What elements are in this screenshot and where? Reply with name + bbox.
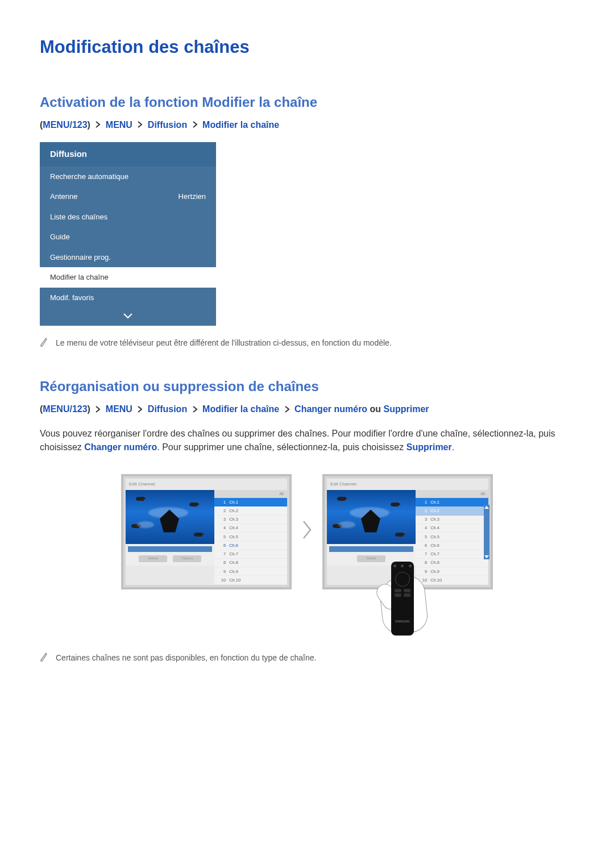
- channel-row[interactable]: 5Ch.5: [416, 533, 488, 541]
- bc-modifier: Modifier la chaîne: [202, 120, 279, 130]
- menu-item[interactable]: AntenneHertzien: [40, 186, 216, 207]
- channel-row[interactable]: 5Ch.5: [214, 533, 287, 541]
- tvshot-title: Edit Channel: [126, 479, 287, 490]
- section2-body: Vous pouvez réorganiser l'ordre des chaî…: [40, 427, 574, 454]
- chevron-right-icon: [192, 403, 198, 417]
- tv-screenshot-before: Edit Channel Delete Options: [121, 474, 292, 589]
- channel-row[interactable]: 2Ch.2: [214, 506, 287, 515]
- channel-name: Ch.10: [229, 577, 240, 583]
- channel-name: Ch.8: [229, 559, 238, 566]
- note-1: Le menu de votre téléviseur peut être di…: [40, 337, 574, 351]
- section2-heading: Réorganisation ou suppression de chaînes: [40, 376, 574, 397]
- bc2-changer: Changer numéro: [294, 404, 367, 414]
- channel-number: 9: [217, 568, 226, 575]
- channel-row[interactable]: 6Ch.6: [214, 541, 287, 550]
- menu-item-label: Gestionnaire prog.: [50, 252, 111, 263]
- channel-name: Ch.7: [229, 551, 238, 557]
- channel-row[interactable]: 9Ch.9: [416, 567, 488, 576]
- channel-list-after: All 1Ch.12Ch.23Ch.34Ch.45Ch.56Ch.67Ch.78…: [416, 490, 488, 585]
- tv-screenshot-after: Edit Channel Delete: [322, 474, 493, 589]
- channel-number: 4: [217, 525, 226, 531]
- channel-name: Ch.1: [430, 499, 439, 505]
- bc2-modifier: Modifier la chaîne: [202, 404, 279, 414]
- channel-row[interactable]: 1Ch.1: [416, 498, 488, 506]
- channel-number: 9: [418, 568, 427, 575]
- channel-number: 10: [418, 577, 427, 583]
- channel-name: Ch.9: [430, 568, 439, 575]
- channel-name: Ch.5: [430, 534, 439, 540]
- channel-name: Ch.2: [430, 508, 439, 514]
- channel-row[interactable]: 4Ch.4: [214, 524, 287, 533]
- menu-item[interactable]: Liste des chaînes: [40, 207, 216, 227]
- menu-item[interactable]: Gestionnaire prog.: [40, 247, 216, 268]
- bc2-menu: MENU: [106, 404, 132, 414]
- menu-item[interactable]: Recherche automatique: [40, 167, 216, 187]
- pv-btn-delete[interactable]: Delete: [139, 555, 167, 562]
- channel-list-before: All 1Ch.12Ch.23Ch.34Ch.45Ch.56Ch.67Ch.78…: [214, 490, 287, 585]
- channel-row[interactable]: 7Ch.7: [214, 550, 287, 559]
- channel-number: 10: [217, 577, 226, 583]
- channel-number: 2: [418, 508, 427, 514]
- bc2-supprimer: Supprimer: [384, 404, 429, 414]
- channel-row[interactable]: 4Ch.4: [416, 524, 488, 533]
- menu-item-label: Recherche automatique: [50, 171, 128, 182]
- channel-number: 7: [418, 551, 427, 557]
- channel-name: Ch.4: [430, 525, 439, 531]
- section1-heading: Activation de la fonction Modifier la ch…: [40, 92, 574, 113]
- menu-item-label: Modifier la chaîne: [50, 272, 109, 283]
- channel-preview-image: [126, 490, 214, 544]
- channel-name: Ch.3: [229, 516, 238, 522]
- channel-number: 6: [217, 542, 226, 549]
- channel-preview-image: [327, 490, 416, 544]
- channel-number: 8: [418, 559, 427, 566]
- chan-filter: All: [416, 490, 488, 499]
- bc-menu123: MENU/123: [43, 120, 87, 130]
- breadcrumb-2: (MENU/123) MENU Diffusion Modifier la ch…: [40, 402, 574, 417]
- channel-row[interactable]: 10Ch.10: [214, 576, 287, 584]
- channel-name: Ch.10: [430, 577, 442, 583]
- menu-item-label: Modif. favoris: [50, 292, 94, 304]
- channel-row[interactable]: 10Ch.10: [416, 576, 488, 584]
- pv-btn-delete[interactable]: Delete: [357, 555, 385, 562]
- menu-panel-header: Diffusion: [40, 142, 216, 167]
- menu-item-label: Liste des chaînes: [50, 211, 107, 223]
- channel-number: 4: [418, 525, 427, 531]
- channel-name: Ch.5: [229, 534, 238, 540]
- channel-row[interactable]: 8Ch.8: [416, 559, 488, 567]
- chevron-down-icon[interactable]: [40, 308, 216, 326]
- channel-row[interactable]: 8Ch.8: [214, 559, 287, 567]
- channel-name: Ch.9: [229, 568, 238, 575]
- channel-number: 8: [217, 559, 226, 566]
- channel-number: 3: [217, 516, 226, 522]
- menu-item[interactable]: Guide: [40, 227, 216, 247]
- menu-item-label: Guide: [50, 231, 70, 243]
- pv-btn-options[interactable]: Options: [173, 555, 201, 562]
- channel-name: Ch.7: [430, 551, 439, 557]
- channel-number: 3: [418, 516, 427, 522]
- channel-row[interactable]: 2Ch.2: [416, 506, 488, 515]
- body-p3: .: [452, 442, 454, 452]
- channel-name: Ch.2: [229, 508, 238, 514]
- bc-diffusion: Diffusion: [148, 120, 187, 130]
- bc2-diffusion: Diffusion: [148, 404, 187, 414]
- channel-row[interactable]: 3Ch.3: [214, 516, 287, 524]
- menu-item[interactable]: Modif. favoris: [40, 288, 216, 308]
- menu-item-label: Antenne: [50, 191, 77, 202]
- chevron-right-icon: [137, 118, 143, 132]
- channel-row[interactable]: 1Ch.1: [214, 498, 287, 506]
- menu-item[interactable]: Modifier la chaîne: [40, 267, 216, 288]
- channel-name: Ch.6: [229, 542, 238, 549]
- move-indicator-icon: [484, 505, 489, 559]
- screenshots-row: Edit Channel Delete Options: [40, 474, 574, 589]
- channel-number: 1: [418, 499, 427, 505]
- channel-row[interactable]: 9Ch.9: [214, 567, 287, 576]
- channel-name: Ch.4: [229, 525, 238, 531]
- channel-name: Ch.3: [430, 516, 439, 522]
- channel-row[interactable]: 6Ch.6: [416, 541, 488, 550]
- bc-menu: MENU: [106, 120, 132, 130]
- channel-number: 5: [418, 534, 427, 540]
- chevron-right-icon: [95, 118, 101, 132]
- channel-row[interactable]: 7Ch.7: [416, 550, 488, 559]
- channel-row[interactable]: 3Ch.3: [416, 516, 488, 524]
- channel-number: 5: [217, 534, 226, 540]
